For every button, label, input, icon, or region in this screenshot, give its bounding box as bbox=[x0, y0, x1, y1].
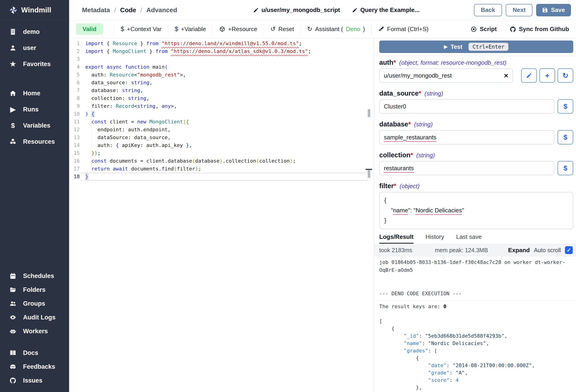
save-button[interactable]: Save bbox=[536, 4, 571, 16]
text-input-data_source[interactable]: Cluster0 bbox=[379, 99, 554, 113]
add-resource-button[interactable]: + bbox=[539, 68, 555, 83]
breadcrumb-separator: / bbox=[114, 6, 116, 14]
test-button[interactable]: ▶ Test Ctrl+Enter bbox=[379, 41, 573, 53]
result-line: "grades": [ bbox=[379, 347, 573, 354]
back-button[interactable]: Back bbox=[474, 4, 502, 16]
breadcrumb-tab-advanced[interactable]: Advanced bbox=[146, 6, 177, 14]
pencil-icon bbox=[253, 7, 259, 13]
toolbar-separator bbox=[263, 24, 264, 34]
tab-last-save[interactable]: Last save bbox=[456, 233, 482, 244]
breadcrumb-tab-metadata[interactable]: Metadata bbox=[82, 6, 110, 14]
book-icon bbox=[9, 349, 16, 356]
toolbar-item-assistant-[interactable]: ↻Assistant (Deno) bbox=[307, 26, 365, 33]
tab-history[interactable]: History bbox=[426, 233, 444, 244]
field-type-annotation: (string) bbox=[416, 152, 435, 159]
resource-input[interactable]: u/user/my_mongodb_rest× bbox=[379, 68, 513, 83]
line-number: 16 bbox=[69, 157, 80, 165]
toolbar-separator bbox=[212, 24, 213, 34]
sidebar-item-issues[interactable]: Issues bbox=[0, 375, 69, 386]
sidebar-item-workers[interactable]: Workers bbox=[0, 326, 69, 337]
text-input-database[interactable]: sample_restaurants bbox=[379, 130, 554, 144]
toolbar-item--context-var[interactable]: $+Context Var bbox=[121, 26, 162, 33]
toolbar-item--variable[interactable]: $+Variable bbox=[175, 26, 206, 33]
toolbar-separator bbox=[114, 24, 114, 34]
calendar-icon bbox=[9, 273, 16, 279]
expand-button[interactable]: Expand bbox=[508, 247, 530, 254]
toolbar-item-label: Script bbox=[480, 26, 497, 33]
field-row-auth: u/user/my_mongodb_rest×+↻ bbox=[379, 68, 573, 83]
insert-variable-button[interactable]: $ bbox=[558, 99, 573, 113]
plus-icon: + bbox=[545, 72, 549, 79]
breadcrumb-tab-code[interactable]: Code bbox=[120, 6, 136, 14]
test-label: Test bbox=[450, 43, 462, 51]
sidebar-item-runs[interactable]: ▶Runs bbox=[0, 104, 69, 115]
sidebar-item-audit-logs[interactable]: Audit Logs bbox=[0, 312, 69, 323]
line-number: 11 bbox=[69, 118, 80, 126]
topbar-buttons: Back Next Save bbox=[474, 4, 571, 16]
sidebar-item-label: Feedbacks bbox=[23, 363, 55, 370]
code-line: endpoint: auth.endpoint, bbox=[85, 126, 366, 134]
sidebar-item-folders[interactable]: Folders bbox=[0, 284, 69, 295]
sidebar-item-favorites[interactable]: ★Favorites bbox=[0, 58, 69, 70]
result-line: The result keys are: 0 bbox=[379, 303, 573, 310]
sidebar-item-schedules[interactable]: Schedules bbox=[0, 270, 69, 281]
clear-resource-icon[interactable]: × bbox=[504, 72, 508, 79]
line-number: 14 bbox=[69, 141, 80, 149]
sidebar-item-user[interactable]: user bbox=[0, 42, 69, 54]
field-label-filter: filter*(object) bbox=[379, 182, 573, 191]
required-asterisk: * bbox=[419, 90, 421, 97]
sidebar-item-feedbacks[interactable]: Feedbacks bbox=[0, 361, 69, 372]
resource-actions: +↻ bbox=[521, 68, 573, 83]
field-type-annotation: (string) bbox=[424, 90, 443, 97]
sidebar-item-label: Runs bbox=[23, 106, 39, 113]
sidebar-item-demo[interactable]: demo bbox=[0, 26, 69, 37]
tab-logs-result[interactable]: Logs/Result bbox=[379, 233, 414, 244]
result-line: "date": "2014-08-21T00:00:00.000Z", bbox=[379, 362, 573, 369]
workspace-logo[interactable]: Windmill bbox=[0, 0, 69, 20]
sidebar-nav-group: Home▶Runs$VariablesResources bbox=[0, 82, 69, 154]
field-label-auth: auth*(object, format: resource-mongodb_r… bbox=[379, 59, 573, 67]
sidebar-item-variables[interactable]: $Variables bbox=[0, 120, 69, 131]
code-editor[interactable]: 123456789101112131415161718 import { Res… bbox=[69, 38, 374, 392]
topbar: Metadata/Code/Advanced u/user/my_mongodb… bbox=[69, 0, 576, 20]
json-line: "name": "Nordic Delicacies" bbox=[384, 205, 568, 215]
edit-resource-button[interactable] bbox=[521, 68, 537, 83]
insert-variable-button[interactable]: $ bbox=[558, 161, 573, 175]
toolbar-item--resource[interactable]: +Resource bbox=[219, 26, 257, 33]
toolbar-item-format-ctrl-s-[interactable]: Format (Ctrl+S) bbox=[378, 26, 429, 33]
sidebar-item-docs[interactable]: Docs bbox=[0, 347, 69, 358]
line-number: 3 bbox=[69, 55, 80, 63]
line-number: 6 bbox=[69, 79, 80, 86]
code-line: import { MongoClient } from "https://den… bbox=[85, 47, 366, 55]
toolbar-item-reset[interactable]: ↺Reset bbox=[270, 26, 294, 33]
insert-variable-button[interactable]: $ bbox=[558, 130, 573, 144]
sidebar-item-resources[interactable]: Resources bbox=[0, 136, 69, 147]
refresh-resource-button[interactable]: ↻ bbox=[558, 68, 573, 83]
github-icon bbox=[9, 377, 16, 384]
toolbar-separator bbox=[168, 24, 168, 34]
script-path-group: u/user/my_mongodb_script Query the Examp… bbox=[253, 6, 420, 14]
script-summary-edit[interactable]: Query the Example... bbox=[352, 6, 420, 14]
text-input-collection[interactable]: restaurants bbox=[379, 161, 554, 175]
json-line: { bbox=[384, 195, 568, 205]
json-input-filter[interactable]: { "name": "Nordic Delicacies"} bbox=[379, 192, 573, 229]
scrollbar-mark[interactable] bbox=[368, 170, 370, 178]
next-button[interactable]: Next bbox=[506, 4, 532, 16]
line-number: 15 bbox=[69, 149, 80, 157]
autoscroll-checkbox[interactable]: ✓ bbox=[565, 246, 573, 254]
script-path-edit[interactable]: u/user/my_mongodb_script bbox=[253, 6, 340, 14]
play-icon: ▶ bbox=[10, 106, 15, 113]
sidebar-item-home[interactable]: Home bbox=[0, 88, 69, 99]
result-tabs: Logs/ResultHistoryLast save bbox=[379, 233, 573, 244]
field-type-annotation: (string) bbox=[414, 121, 433, 128]
field-name: database bbox=[379, 120, 408, 128]
scrollbar-mark[interactable] bbox=[368, 109, 370, 117]
result-output: The result keys are: 0 [ { "_id": "5eb3d… bbox=[379, 303, 573, 392]
toolbar-item-script[interactable]: Script bbox=[470, 26, 497, 33]
sidebar-item-label: Favorites bbox=[23, 60, 51, 68]
star-icon: ★ bbox=[10, 60, 16, 67]
sidebar-item-label: Workers bbox=[23, 328, 48, 335]
toolbar-item-sync-from-github[interactable]: Sync from Github bbox=[510, 26, 569, 33]
line-number: 5 bbox=[69, 71, 80, 79]
sidebar-item-groups[interactable]: Groups bbox=[0, 298, 69, 309]
